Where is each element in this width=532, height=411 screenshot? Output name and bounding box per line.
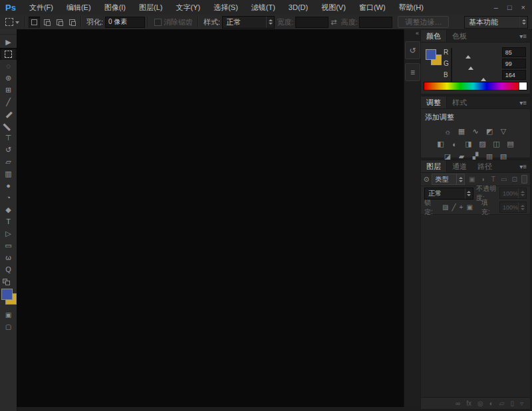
layer-filter-picker-icon[interactable]: ⊙ [424, 176, 429, 183]
menu-item[interactable]: 视图(V) [315, 0, 352, 15]
layers-list[interactable] [421, 215, 530, 397]
history-panel-icon[interactable]: ↺ [405, 41, 420, 59]
red-slider-thumb[interactable] [466, 53, 471, 59]
red-slider[interactable] [451, 48, 452, 61]
tab-调整[interactable]: 调整 [421, 96, 447, 108]
add-layer-mask-icon[interactable]: ◎ [477, 400, 483, 407]
minimize-button[interactable]: – [494, 0, 498, 15]
menu-item[interactable]: 3D(D) [282, 0, 315, 15]
levels-icon[interactable]: ▦ [456, 127, 467, 136]
properties-panel-icon[interactable]: ≡ [405, 63, 420, 81]
layer-style-icon[interactable]: fx [466, 400, 471, 407]
tab-路径[interactable]: 路径 [472, 160, 497, 172]
photo-filter-icon[interactable]: ▨ [477, 140, 488, 148]
green-slider[interactable] [451, 59, 452, 72]
new-adjustment-layer-icon[interactable]: ◐ [489, 400, 493, 407]
menu-item[interactable]: 编辑(E) [60, 0, 98, 15]
filter-adjustment-layers-icon[interactable]: ◑ [478, 176, 487, 183]
new-layer-icon[interactable]: ▯ [510, 400, 514, 407]
brightness-contrast-icon[interactable]: ☼ [442, 128, 453, 136]
swap-dimensions-icon[interactable]: ⇄ [331, 18, 336, 27]
lasso-tool[interactable]: ◌ [0, 60, 17, 72]
link-layers-icon[interactable]: ∞ [456, 400, 460, 407]
menu-item[interactable]: 图像(I) [98, 0, 132, 15]
opacity-input[interactable]: 100% [499, 188, 527, 199]
maximize-button[interactable]: □ [507, 0, 512, 15]
color-lookup-icon[interactable]: ▤ [505, 140, 516, 148]
panel-menu-icon[interactable]: ▾≡ [519, 163, 530, 170]
tab-通道[interactable]: 通道 [447, 160, 472, 172]
filter-shape-layers-icon[interactable]: ▭ [499, 176, 508, 183]
color-spectrum-ramp[interactable] [424, 82, 527, 90]
width-input[interactable] [295, 17, 329, 28]
style-select[interactable]: 正常 [222, 16, 275, 29]
filter-type-layers-icon[interactable]: T [489, 176, 497, 183]
black-white-icon[interactable]: ◨ [464, 140, 474, 148]
vibrance-icon[interactable]: ▽ [498, 127, 509, 136]
color-balance-icon[interactable]: ◐ [450, 140, 460, 148]
shape-tool[interactable]: ▭ [0, 239, 17, 251]
gradient-tool[interactable]: ▥ [0, 168, 17, 180]
spot-healing-brush-tool[interactable]: ▬ [0, 108, 17, 120]
foreground-color-swatch[interactable] [426, 49, 436, 60]
blue-value-input[interactable]: 164 [502, 70, 526, 80]
blue-slider[interactable] [451, 70, 452, 83]
hand-tool[interactable]: ω [0, 251, 17, 263]
lock-transparency-icon[interactable]: ▨ [442, 204, 448, 211]
pen-tool[interactable]: ◆ [0, 204, 17, 215]
default-colors-icon[interactable] [0, 278, 17, 285]
tab-样式[interactable]: 样式 [447, 96, 472, 108]
curves-icon[interactable]: ∿ [470, 127, 481, 136]
move-tool[interactable]: ▶ [0, 36, 17, 48]
menu-item[interactable]: 选择(S) [207, 0, 245, 15]
toolbar-grip[interactable] [0, 29, 17, 35]
lock-all-icon[interactable]: ▣ [466, 204, 472, 211]
exposure-icon[interactable]: ◩ [484, 127, 495, 136]
menu-item[interactable]: 图层(L) [132, 0, 169, 15]
filter-pixel-layers-icon[interactable]: ▣ [467, 176, 476, 183]
canvas[interactable] [17, 29, 404, 407]
menu-item[interactable]: 帮助(H) [392, 0, 430, 15]
antialias-checkbox[interactable] [154, 19, 162, 26]
tab-色板[interactable]: 色板 [447, 30, 472, 42]
type-tool[interactable]: T [0, 215, 17, 227]
spectrum-gradient[interactable] [424, 82, 519, 90]
brush-tool[interactable]: ▍ [0, 120, 17, 132]
dodge-tool[interactable]: ◔ [0, 192, 17, 204]
history-brush-tool[interactable]: ↺ [0, 144, 17, 156]
tab-图层[interactable]: 图层 [421, 160, 447, 172]
tab-颜色[interactable]: 颜色 [421, 30, 447, 42]
zoom-tool[interactable]: Q [0, 263, 17, 275]
new-group-icon[interactable]: ▱ [499, 400, 505, 407]
panel-menu-icon[interactable]: ▾≡ [519, 33, 530, 40]
crop-tool[interactable]: ⊞ [0, 84, 17, 96]
path-selection-tool[interactable]: ▷ [0, 227, 17, 239]
foreground-color-swatch[interactable] [1, 289, 13, 300]
white-swatch[interactable] [519, 82, 527, 90]
menu-item[interactable]: 文字(Y) [169, 0, 207, 15]
menu-item[interactable]: 文件(F) [23, 0, 60, 15]
menu-item[interactable]: 滤镜(T) [245, 0, 282, 15]
blue-slider-thumb[interactable] [481, 75, 486, 81]
quick-selection-tool[interactable]: ⊛ [0, 72, 17, 84]
filter-smart-objects-icon[interactable]: ⊡ [510, 176, 519, 183]
layer-filter-toggle[interactable] [521, 175, 527, 184]
panel-menu-icon[interactable]: ▾≡ [519, 99, 530, 106]
screen-mode-button[interactable]: ▢ [0, 321, 17, 333]
fill-input[interactable]: 100% [499, 202, 527, 213]
eraser-tool[interactable]: ▱ [0, 156, 17, 168]
clone-stamp-tool[interactable]: ⊤ [0, 132, 17, 144]
tool-preset-picker[interactable] [0, 18, 22, 26]
green-value-input[interactable]: 99 [502, 59, 526, 68]
refine-edge-button[interactable]: 调整边缘… [398, 16, 449, 28]
channel-mixer-icon[interactable]: ◫ [491, 140, 502, 148]
quick-mask-button[interactable]: ▣ [0, 309, 17, 321]
red-value-input[interactable]: 85 [502, 47, 526, 57]
new-selection-button[interactable] [29, 17, 40, 28]
menu-item[interactable]: 窗口(W) [352, 0, 392, 15]
hue-saturation-icon[interactable]: ◧ [436, 140, 446, 148]
lock-position-icon[interactable]: + [460, 204, 464, 211]
delete-layer-icon[interactable]: ▿ [520, 400, 523, 407]
green-slider-thumb[interactable] [468, 64, 473, 70]
workspace-select[interactable]: 基本功能 [464, 16, 528, 29]
